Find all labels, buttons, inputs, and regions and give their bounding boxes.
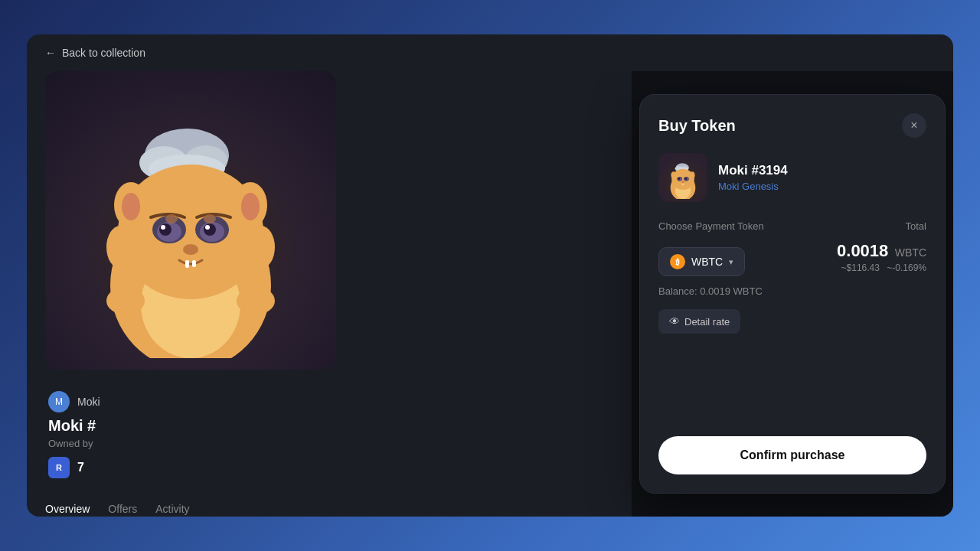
nft-image: [45, 71, 336, 370]
right-area: ... Buy Token ×: [632, 71, 953, 517]
tab-offers[interactable]: Offers: [108, 503, 137, 517]
modal-collection-link[interactable]: Moki Genesis: [718, 181, 788, 192]
svg-point-10: [241, 193, 260, 220]
svg-point-6: [118, 165, 263, 299]
svg-point-25: [237, 287, 275, 315]
total-label: Total: [906, 220, 926, 232]
svg-point-36: [690, 171, 695, 178]
svg-point-39: [678, 178, 680, 180]
detail-rate-button[interactable]: 👁 Detail rate: [658, 309, 740, 334]
svg-point-27: [204, 214, 216, 223]
svg-point-43: [681, 181, 684, 183]
modal-nft-name: Moki #3194: [718, 163, 788, 178]
modal-title: Buy Token: [658, 117, 736, 135]
balance-row: Balance: 0.0019 WBTC: [658, 285, 926, 297]
owned-by: Owned by: [48, 438, 610, 449]
svg-point-11: [106, 226, 134, 269]
modal-nft-thumbnail: [658, 153, 707, 202]
main-content: M Moki Moki # Owned by R 7 Overview Offe…: [27, 71, 953, 517]
listing-value: 7: [77, 461, 84, 474]
collection-icon: M: [48, 391, 70, 412]
svg-point-19: [204, 223, 216, 236]
collection-name-small: Moki: [77, 396, 100, 408]
token-selector-group: ₿ WBTC ▾: [658, 241, 745, 276]
nft-title: Moki #: [48, 417, 96, 434]
modal-header: Buy Token ×: [658, 113, 926, 138]
svg-rect-22: [185, 260, 189, 268]
payment-header-row: Choose Payment Token Total: [658, 220, 926, 232]
tab-activity[interactable]: Activity: [155, 503, 189, 517]
svg-point-42: [685, 178, 687, 180]
back-button[interactable]: ← Back to collection: [45, 47, 145, 59]
svg-point-35: [671, 171, 676, 178]
confirm-label: Confirm purchase: [740, 448, 845, 461]
amount-currency: WBTC: [895, 246, 926, 259]
svg-point-26: [165, 214, 178, 223]
close-button[interactable]: ×: [902, 113, 926, 138]
close-icon: ×: [910, 119, 917, 132]
svg-point-34: [671, 169, 694, 190]
eye-icon: 👁: [669, 315, 680, 328]
modal-nft-info: Moki #3194 Moki Genesis: [718, 163, 788, 192]
svg-point-24: [106, 287, 145, 315]
amount-row: 0.0018 WBTC: [837, 241, 926, 261]
svg-point-9: [122, 193, 140, 220]
nft-info-row: M Moki: [48, 391, 610, 412]
payment-section: Choose Payment Token Total ₿ WBTC ▾: [658, 220, 926, 436]
svg-rect-45: [683, 184, 684, 184]
back-label: Back to collection: [62, 47, 145, 59]
detail-rate-label: Detail rate: [684, 316, 730, 328]
top-nav: ← Back to collection: [27, 34, 953, 71]
amount-usd: ~$116.43 ~-0.169%: [837, 262, 926, 273]
chevron-down-icon: ▾: [729, 257, 733, 267]
svg-point-16: [161, 225, 165, 230]
payment-label: Choose Payment Token: [658, 220, 764, 232]
app-window: ← Back to collection: [27, 34, 953, 517]
nft-artwork: [68, 83, 313, 358]
nft-panel: M Moki Moki # Owned by R 7 Overview Offe…: [27, 71, 632, 517]
token-amount-row: ₿ WBTC ▾ 0.0018 WBTC ~$116.43: [658, 241, 926, 276]
svg-point-12: [247, 226, 275, 269]
token-selector[interactable]: ₿ WBTC ▾: [658, 247, 745, 276]
svg-rect-44: [682, 184, 683, 185]
svg-point-15: [159, 223, 172, 236]
token-name: WBTC: [691, 256, 723, 268]
confirm-purchase-button[interactable]: Confirm purchase: [658, 436, 926, 474]
wbtc-icon: ₿: [670, 254, 685, 269]
amount-main: 0.0018: [837, 241, 888, 260]
tab-overview[interactable]: Overview: [45, 503, 90, 517]
svg-rect-23: [192, 260, 196, 267]
buy-modal: Buy Token ×: [639, 94, 946, 494]
total-amount-display: 0.0018 WBTC ~$116.43 ~-0.169%: [837, 241, 926, 273]
modal-nft-artwork: [662, 156, 704, 199]
listing-row: R 7: [48, 457, 610, 478]
nft-image-container: [45, 71, 336, 370]
svg-point-21: [183, 244, 198, 255]
modal-nft-item-row: Moki #3194 Moki Genesis: [658, 153, 926, 202]
arrow-left-icon: ←: [45, 47, 56, 59]
svg-point-20: [205, 225, 210, 230]
tabs-row: Overview Offers Activity: [45, 491, 613, 517]
balance-text: Balance: 0.0019 WBTC: [658, 285, 763, 297]
listing-icon: R: [48, 457, 70, 478]
